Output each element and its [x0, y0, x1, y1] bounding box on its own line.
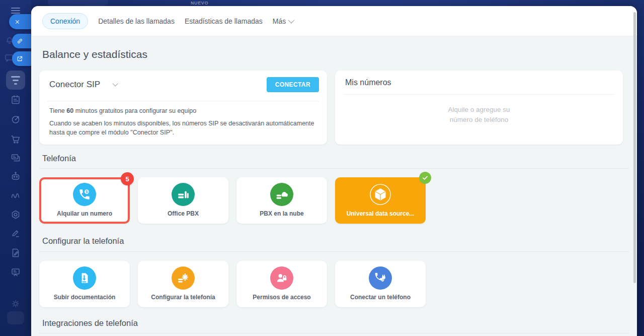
tile-alquilar-numero[interactable]: 5 $ Alquilar un numero — [39, 177, 130, 224]
section-title-configurar: Configurar la telefonía — [42, 236, 124, 246]
sidebar-item-telephony-active[interactable] — [6, 71, 25, 90]
chevron-down-icon — [113, 81, 118, 86]
tabbar: Conexión Detalles de las llamadas Estadí… — [31, 6, 637, 36]
my-numbers-title: Mis números — [345, 78, 391, 87]
settings-icon[interactable] — [10, 298, 21, 309]
tile-subir-documentacion[interactable]: Subir documentación — [39, 261, 130, 307]
planner-icon[interactable] — [10, 94, 21, 105]
balance-note: Cuando se acaben los minutos disponibles… — [49, 119, 327, 137]
free-minutes-text: Tiene 60 minutos gratuitos para configur… — [49, 107, 196, 114]
tile-pbx-nube[interactable]: PBX en la nube — [236, 177, 327, 224]
free-minutes-value: 60 — [66, 107, 73, 114]
tile-conectar-telefono[interactable]: Conectar un teléfono — [335, 261, 426, 307]
my-numbers-card: Mis números Alquile o agregue su número … — [335, 71, 623, 145]
tile-universal-data-source[interactable]: Universal data source... — [335, 177, 426, 224]
ai-bot-icon[interactable] — [10, 171, 21, 182]
section-title-integraciones: Integraciones de telefonía — [42, 318, 138, 328]
sign-icon[interactable] — [10, 228, 21, 239]
phone-dollar-icon: $ — [73, 183, 96, 206]
office-pbx-icon — [172, 183, 195, 206]
background-top-button — [48, 0, 108, 6]
tab-detalles-llamadas[interactable]: Detalles de las llamadas — [98, 17, 175, 25]
divider — [343, 94, 615, 95]
marketing-icon[interactable] — [10, 190, 21, 201]
check-badge-icon — [419, 172, 431, 184]
tile-permisos-acceso[interactable]: Permisos de acceso — [236, 261, 327, 307]
chevron-down-icon — [288, 17, 295, 24]
nuevo-badge: NUEVO — [191, 1, 208, 6]
tile-office-pbx[interactable]: Office PBX — [138, 177, 228, 224]
boards-icon[interactable] — [10, 266, 21, 278]
telephony-panel: Conexión Detalles de las llamadas Estadí… — [31, 6, 637, 336]
upload-document-icon — [73, 266, 96, 290]
divider — [39, 251, 629, 252]
notification-badge: 5 — [121, 172, 134, 185]
connect-button[interactable]: CONECTAR — [267, 77, 319, 92]
market-cart-icon[interactable] — [10, 133, 21, 145]
settings-device-icon — [172, 266, 195, 290]
user-lock-icon — [270, 266, 293, 290]
sites-icon[interactable] — [10, 209, 21, 220]
crm-icon[interactable] — [10, 114, 21, 125]
section-title-telefonia: Telefonía — [42, 154, 76, 163]
tile-configurar-telefonia[interactable]: Configurar la telefonía — [138, 261, 228, 307]
balance-card: Conector SIP CONECTAR Tiene 60 minutos g… — [39, 71, 327, 145]
scrollbar[interactable] — [633, 12, 636, 283]
divider — [39, 168, 629, 169]
divider — [47, 101, 319, 101]
data-cube-icon — [369, 183, 392, 206]
tab-mas[interactable]: Más — [273, 17, 293, 25]
copy-link-icon[interactable] — [12, 34, 31, 48]
tab-conexion[interactable]: Conexión — [42, 13, 88, 29]
divider — [39, 333, 629, 333]
tab-estadisticas-llamadas[interactable]: Estadísticas de llamadas — [185, 17, 263, 25]
close-icon[interactable] — [9, 14, 31, 29]
svg-text:$: $ — [86, 189, 88, 194]
provider-select[interactable]: Conector SIP — [49, 80, 116, 90]
phone-plug-icon — [369, 266, 392, 290]
documents-icon[interactable] — [10, 247, 21, 258]
my-numbers-empty-state: Alquile o agregue su número de teléfono — [335, 105, 623, 125]
contact-center-icon[interactable] — [10, 152, 21, 163]
page-title: Balance y estadísticas — [42, 48, 147, 60]
open-in-new-icon[interactable] — [12, 51, 31, 66]
app-sidebar — [0, 0, 31, 336]
cloud-pbx-icon — [270, 183, 293, 206]
sidebar-footer-item — [7, 311, 24, 324]
